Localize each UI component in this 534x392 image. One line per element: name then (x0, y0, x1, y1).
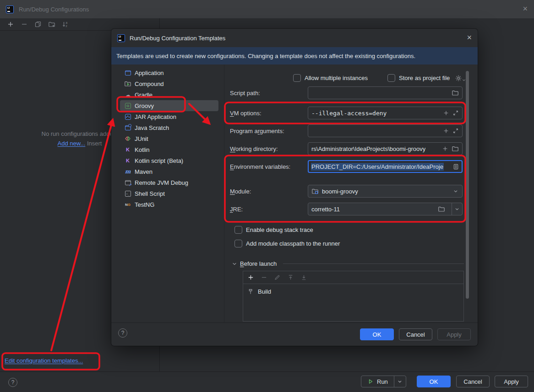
maven-icon: m (124, 168, 131, 175)
jre-label: JRE: (230, 206, 308, 213)
dialog-ok-button[interactable]: OK (360, 328, 394, 340)
before-launch-title: Before launch (240, 260, 277, 267)
template-item-testng[interactable]: NG TestNG (111, 199, 224, 210)
run-chevron-down-icon[interactable] (394, 376, 406, 387)
intellij-logo-icon (117, 34, 125, 42)
main-close-icon[interactable]: × (523, 4, 528, 13)
browse-variables-icon[interactable] (452, 163, 459, 170)
kotlin-script-icon: K (124, 157, 131, 164)
store-as-project-file-checkbox[interactable] (387, 74, 395, 82)
allow-multiple-instances-label: Allow multiple instances (305, 75, 368, 81)
enable-debug-stack-trace-checkbox[interactable] (234, 226, 242, 234)
remote-jvm-debug-icon: ↗ (124, 179, 131, 186)
template-item-kotlin[interactable]: K Kotlin (111, 144, 224, 155)
run-split-button[interactable]: Run (361, 376, 406, 387)
section-rule (283, 263, 464, 264)
annotation-arrow-to-groovy (51, 120, 113, 350)
vm-options-label: VM options: (230, 110, 308, 117)
add-module-classpath-checkbox[interactable] (234, 240, 242, 247)
main-titlebar: Run/Debug Configurations × (0, 0, 534, 18)
dialog-scrollbar[interactable] (466, 71, 469, 299)
template-item-java-scratch[interactable]: Java Scratch (111, 122, 224, 133)
testng-icon: NG (124, 201, 131, 208)
chevron-down-icon[interactable] (452, 206, 462, 212)
add-module-classpath-label: Add module classpath to the runner (246, 240, 340, 247)
template-item-groovy[interactable]: G Groovy (120, 100, 218, 111)
svg-text:z: z (66, 24, 67, 27)
move-task-down-icon[interactable] (300, 274, 307, 281)
script-path-label: Script path: (230, 90, 308, 97)
config-list-toolbar: az (0, 18, 69, 30)
template-item-gradle[interactable]: ☁ Gradle (111, 89, 224, 100)
template-item-maven[interactable]: m Maven (111, 166, 224, 177)
remove-configuration-icon[interactable] (21, 21, 28, 28)
add-icon[interactable] (443, 110, 449, 116)
screen: Run/Debug Configurations × az No run con… (0, 0, 534, 392)
script-path-input[interactable] (308, 86, 463, 99)
java-scratch-icon (124, 124, 131, 131)
allow-multiple-instances-checkbox[interactable] (293, 74, 301, 82)
script-path-row: Script path: (230, 86, 463, 99)
expand-field-icon[interactable] (452, 128, 459, 134)
vm-options-row: VM options: --illegal-access=deny (230, 107, 463, 119)
new-folder-icon[interactable] (48, 21, 55, 28)
dialog-footer: ? OK Cancel Apply (111, 322, 478, 346)
before-launch-panel: Build (243, 271, 464, 322)
add-task-icon[interactable] (247, 274, 254, 281)
add-icon[interactable] (443, 128, 449, 134)
gradle-icon: ☁ (124, 91, 131, 98)
chevron-down-icon[interactable] (452, 188, 459, 194)
expand-field-icon[interactable] (452, 110, 459, 116)
dialog-title: Run/Debug Configuration Templates (130, 35, 225, 42)
remove-task-icon[interactable] (261, 274, 267, 281)
dialog-cancel-button[interactable]: Cancel (399, 328, 432, 340)
template-item-shell-script[interactable]: >_ Shell Script (111, 188, 224, 199)
jre-combobox[interactable]: corretto-11 (308, 203, 463, 215)
template-item-compound[interactable]: Compound (111, 78, 224, 89)
template-item-remote-jvm-debug[interactable]: ↗ Remote JVM Debug (111, 177, 224, 188)
store-settings-gear-icon[interactable] (455, 75, 466, 82)
jre-row: JRE: corretto-11 (230, 203, 463, 215)
template-item-junit[interactable]: JUnit (111, 133, 224, 144)
browse-folder-icon[interactable] (452, 145, 459, 152)
add-configuration-icon[interactable] (7, 21, 14, 28)
move-task-up-icon[interactable] (287, 274, 294, 281)
sort-configurations-icon[interactable]: az (62, 21, 69, 28)
dialog-titlebar: Run/Debug Configuration Templates × (111, 29, 478, 47)
groovy-icon: G (124, 102, 131, 109)
jar-application-icon (124, 113, 131, 120)
main-ok-button[interactable]: OK (417, 376, 451, 387)
main-help-icon[interactable]: ? (8, 378, 17, 387)
edit-configuration-templates-link[interactable]: Edit configuration templates... (5, 357, 83, 364)
junit-icon (124, 135, 131, 142)
add-icon[interactable] (442, 145, 448, 152)
working-directory-input[interactable]: rs\Administrator\IdeaProjects\boomi-groo… (308, 142, 463, 155)
program-arguments-label: Program arguments: (230, 128, 308, 134)
vm-options-input[interactable]: --illegal-access=deny (308, 107, 463, 119)
template-item-jar-application[interactable]: JAR Application (111, 111, 224, 122)
dialog-apply-button[interactable]: Apply (437, 328, 471, 340)
enable-debug-stack-trace-option: Enable debug stack trace (234, 226, 313, 234)
add-new-link[interactable]: Add new... (58, 140, 86, 147)
browse-folder-icon[interactable] (452, 89, 459, 97)
browse-folder-icon[interactable] (438, 205, 445, 213)
run-button-label: Run (377, 378, 388, 385)
template-item-kotlin-script[interactable]: K Kotlin script (Beta) (111, 155, 224, 166)
dialog-help-icon[interactable]: ? (118, 328, 127, 338)
dialog-close-icon[interactable]: × (467, 33, 472, 42)
module-label: Module: (230, 188, 308, 195)
enable-debug-stack-trace-label: Enable debug stack trace (246, 226, 313, 233)
program-arguments-input[interactable] (308, 124, 463, 137)
environment-variables-input[interactable]: PROJECT_DIR=C:/Users/Administrator/IdeaP… (308, 160, 463, 173)
compound-icon (124, 80, 131, 87)
intellij-logo-icon (6, 5, 14, 13)
build-hammer-icon (247, 288, 254, 295)
main-cancel-button[interactable]: Cancel (456, 376, 490, 387)
before-launch-task-build[interactable]: Build (243, 284, 463, 299)
copy-configuration-icon[interactable] (34, 21, 42, 28)
template-item-application[interactable]: Application (111, 67, 224, 78)
module-dropdown[interactable]: boomi-groovy (308, 185, 463, 198)
main-apply-button[interactable]: Apply (495, 376, 528, 387)
edit-task-icon[interactable] (274, 274, 281, 281)
before-launch-section-header[interactable]: Before launch (232, 260, 464, 267)
